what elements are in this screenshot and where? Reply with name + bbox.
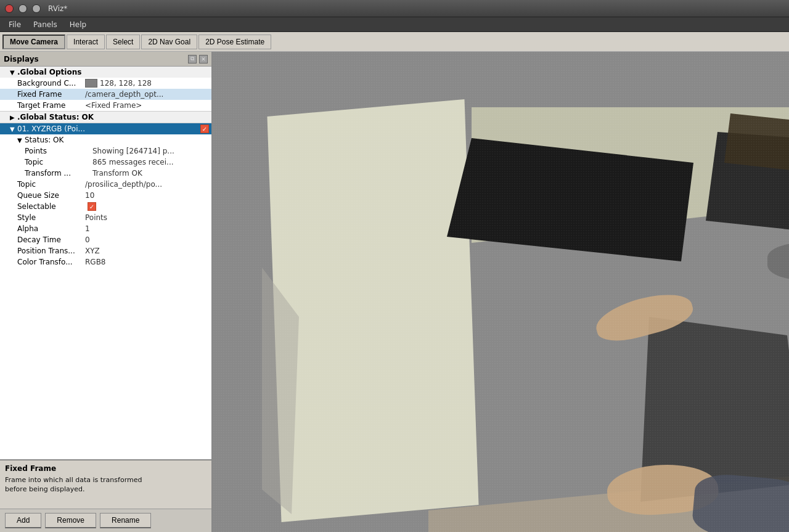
remove-button[interactable]: Remove <box>45 513 96 528</box>
status-description: Frame into which all data is transformed… <box>5 475 206 494</box>
pc-arm <box>691 472 789 532</box>
queue-size-item[interactable]: Queue Size 10 <box>0 190 211 201</box>
select-button[interactable]: Select <box>106 35 140 49</box>
topic-key: Topic <box>17 180 85 189</box>
pos-transform-item[interactable]: Position Trans... XYZ <box>0 245 211 256</box>
pos-transform-key: Position Trans... <box>17 247 85 255</box>
style-item[interactable]: Style Points <box>0 212 211 223</box>
target-frame-val: <Fixed Frame> <box>85 101 142 110</box>
tree-area[interactable]: ▼ .Global Options Background C... 128, 1… <box>0 67 211 459</box>
color-transform-item[interactable]: Color Transfo... RGB8 <box>0 256 211 268</box>
global-status-item[interactable]: ▶ .Global Status: OK <box>0 112 211 123</box>
target-frame-item[interactable]: Target Frame <Fixed Frame> <box>0 100 211 111</box>
xyzrgb-item[interactable]: ▼ 01. XYZRGB (Poi... <box>0 123 211 134</box>
background-color-item[interactable]: Background C... 128, 128, 128 <box>0 78 211 89</box>
fixed-frame-item[interactable]: Fixed Frame /camera_depth_opt... <box>0 89 211 100</box>
color-transform-key: Color Transfo... <box>17 258 85 266</box>
point-cloud-background <box>213 52 789 532</box>
menu-panels[interactable]: Panels <box>27 19 63 30</box>
close-button[interactable] <box>5 4 14 13</box>
header-icons: ⧉ ✕ <box>188 55 208 63</box>
toolbar: Move Camera Interact Select 2D Nav Goal … <box>0 32 789 52</box>
topic-status-val: 865 messages recei... <box>92 158 174 166</box>
alpha-val: 1 <box>85 224 90 233</box>
interact-button[interactable]: Interact <box>67 35 105 49</box>
topic-val: /prosilica_depth/po... <box>85 180 162 189</box>
global-options-arrow: ▼ <box>10 69 17 76</box>
move-camera-button[interactable]: Move Camera <box>2 35 65 49</box>
rename-button[interactable]: Rename <box>100 513 151 528</box>
minimize-button[interactable] <box>18 4 27 13</box>
selectable-item[interactable]: Selectable <box>0 201 211 212</box>
fixed-frame-key: Fixed Frame <box>17 90 85 99</box>
bg-color-key: Background C... <box>17 79 85 88</box>
main-layout: Displays ⧉ ✕ ▼ .Global Options Backgroun… <box>0 52 789 532</box>
pos-transform-val: XYZ <box>85 247 100 255</box>
displays-header: Displays ⧉ ✕ <box>0 52 211 67</box>
queue-size-key: Queue Size <box>17 191 85 200</box>
close-panel-icon[interactable]: ✕ <box>199 55 208 63</box>
decay-time-val: 0 <box>85 235 90 244</box>
left-panel: Displays ⧉ ✕ ▼ .Global Options Backgroun… <box>0 52 213 532</box>
3d-viewport[interactable] <box>213 52 789 532</box>
status-ok-label: Status: OK <box>25 136 63 144</box>
decay-time-key: Decay Time <box>17 235 85 244</box>
menubar: File Panels Help <box>0 17 789 32</box>
pc-wall-main <box>267 99 478 522</box>
status-ok-arrow: ▼ <box>17 137 25 144</box>
selectable-checkbox[interactable] <box>88 202 96 211</box>
float-icon[interactable]: ⧉ <box>188 55 197 63</box>
xyzrgb-arrow: ▼ <box>10 126 17 133</box>
xyzrgb-label: 01. XYZRGB (Poi... <box>17 125 198 133</box>
nav-goal-button[interactable]: 2D Nav Goal <box>141 35 197 49</box>
xyzrgb-checkbox[interactable] <box>200 125 209 133</box>
add-button[interactable]: Add <box>5 513 41 528</box>
global-options-label: .Global Options <box>17 68 81 76</box>
color-transform-val: RGB8 <box>85 258 106 266</box>
transform-key: Transform ... <box>25 169 92 178</box>
transform-val: Transform OK <box>92 169 142 178</box>
bg-color-swatch[interactable] <box>85 79 97 88</box>
decay-time-item[interactable]: Decay Time 0 <box>0 234 211 245</box>
pose-estimate-button[interactable]: 2D Pose Estimate <box>198 35 271 49</box>
menu-file[interactable]: File <box>2 19 27 30</box>
queue-size-val: 10 <box>85 191 94 200</box>
alpha-item[interactable]: Alpha 1 <box>0 223 211 234</box>
global-status-arrow: ▶ <box>10 114 17 121</box>
status-description-area: Fixed Frame Frame into which all data is… <box>0 459 211 509</box>
transform-item[interactable]: Transform ... Transform OK <box>0 168 211 179</box>
pc-scattered1 <box>767 243 789 280</box>
status-ok-item[interactable]: ▼ Status: OK <box>0 134 211 145</box>
target-frame-key: Target Frame <box>17 101 85 110</box>
topic-status-key: Topic <box>25 158 92 166</box>
style-val: Points <box>85 213 107 222</box>
maximize-button[interactable] <box>32 4 41 13</box>
points-val: Showing [264714] p... <box>92 147 174 155</box>
selectable-key: Selectable <box>17 202 85 211</box>
topic-item[interactable]: Topic /prosilica_depth/po... <box>0 179 211 190</box>
alpha-key: Alpha <box>17 224 85 233</box>
displays-title: Displays <box>4 55 39 63</box>
topic-status-item[interactable]: Topic 865 messages recei... <box>0 157 211 168</box>
style-key: Style <box>17 213 85 222</box>
bg-color-val: 128, 128, 128 <box>100 79 152 88</box>
window-title: RViz* <box>48 4 67 13</box>
fixed-frame-val: /camera_depth_opt... <box>85 90 163 99</box>
points-item[interactable]: Points Showing [264714] p... <box>0 145 211 157</box>
points-key: Points <box>25 147 92 155</box>
global-status-label: .Global Status: OK <box>17 113 94 121</box>
menu-help[interactable]: Help <box>63 19 92 30</box>
status-title: Fixed Frame <box>5 464 206 473</box>
titlebar: RViz* <box>0 0 789 17</box>
global-options-item[interactable]: ▼ .Global Options <box>0 67 211 78</box>
bottom-buttons: Add Remove Rename <box>0 509 211 532</box>
